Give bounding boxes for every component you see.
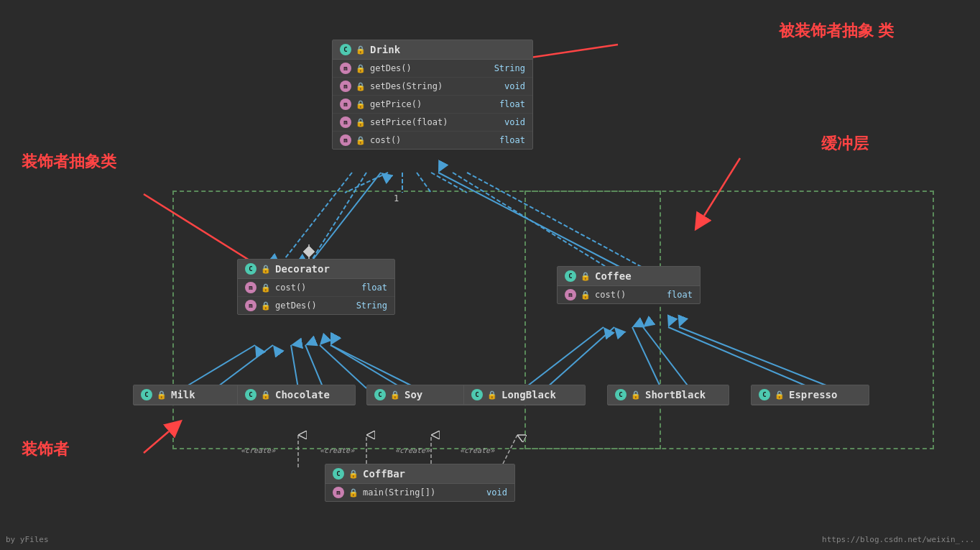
- method-name-5: cost(): [370, 135, 495, 145]
- drink-method-1: m 🔒 getDes() String: [333, 60, 532, 78]
- svg-line-5: [309, 173, 381, 265]
- coffee-box: C 🔒 Coffee m 🔒 cost() float: [557, 266, 701, 304]
- longblack-lock-icon: 🔒: [487, 390, 497, 400]
- svg-line-19: [216, 345, 273, 388]
- coffee-lock-icon: 🔒: [581, 272, 591, 281]
- coffee-method-1: m 🔒 cost() float: [558, 286, 700, 303]
- longblack-class-icon: C: [471, 389, 483, 400]
- svg-line-39: [704, 158, 740, 216]
- coffbar-m-icon-1: m: [333, 487, 344, 498]
- m-icon-2: m: [340, 81, 351, 92]
- method-return-5: float: [499, 135, 525, 145]
- method-return-2: void: [504, 81, 525, 91]
- cof-method-name-1: cost(): [595, 290, 662, 300]
- espresso-lock-icon: 🔒: [775, 390, 785, 400]
- svg-line-27: [643, 327, 690, 388]
- method-return-3: float: [499, 99, 525, 109]
- svg-text:«create»: «create»: [395, 446, 430, 454]
- drink-lock-icon: 🔒: [356, 45, 366, 55]
- svg-line-20: [305, 345, 323, 388]
- shortblack-box: C 🔒 ShortBlack: [607, 385, 729, 405]
- coffee-name: Coffee: [595, 270, 632, 282]
- svg-line-12: [431, 173, 467, 193]
- m-icon-1: m: [340, 63, 351, 74]
- svg-line-17: [291, 345, 298, 388]
- annotation-decorated-abstract: 被装饰者抽象 类: [779, 20, 894, 42]
- drink-name: Drink: [370, 44, 400, 55]
- method-name-1: getDes(): [370, 63, 490, 73]
- coffbar-method-return-1: void: [486, 487, 507, 498]
- lock-icon-3: 🔒: [356, 100, 366, 109]
- shortblack-lock-icon: 🔒: [631, 390, 641, 400]
- svg-line-9: [345, 173, 388, 193]
- svg-text:«create»: «create»: [460, 446, 495, 454]
- dec-m-icon-2: m: [245, 300, 256, 311]
- milk-box: C 🔒 Milk: [133, 385, 248, 405]
- svg-line-28: [679, 327, 833, 388]
- svg-line-23: [524, 327, 604, 388]
- shortblack-title: C 🔒 ShortBlack: [608, 385, 729, 405]
- decorator-name: Decorator: [275, 263, 330, 275]
- dec-method-name-1: cost(): [275, 283, 357, 293]
- soy-class-icon: C: [374, 389, 386, 400]
- decorator-lock-icon: 🔒: [261, 265, 271, 274]
- svg-line-13: [453, 173, 611, 270]
- drink-title: C 🔒 Drink: [333, 40, 532, 60]
- m-icon-4: m: [340, 116, 351, 128]
- svg-line-6: [438, 173, 625, 270]
- svg-line-38: [144, 194, 259, 266]
- coffbar-lock-icon: 🔒: [348, 469, 359, 479]
- dec-m-icon-1: m: [245, 282, 256, 293]
- decorator-box: C 🔒 Decorator m 🔒 cost() float m 🔒 getDe…: [237, 259, 395, 315]
- lock-icon-5: 🔒: [356, 136, 366, 145]
- longblack-name: LongBlack: [501, 389, 556, 400]
- chocolate-lock-icon: 🔒: [261, 390, 271, 400]
- svg-line-16: [183, 345, 255, 388]
- svg-text:1: 1: [394, 193, 399, 203]
- drink-method-3: m 🔒 getPrice() float: [333, 96, 532, 114]
- coffee-title: C 🔒 Coffee: [558, 267, 700, 286]
- milk-title: C 🔒 Milk: [134, 385, 247, 405]
- svg-line-22: [330, 345, 417, 388]
- decorator-class-icon: C: [245, 263, 256, 275]
- coffbar-box: C 🔒 CoffBar m 🔒 main(String[]) void: [325, 464, 515, 502]
- longblack-box: C 🔒 LongBlack: [463, 385, 586, 405]
- dec-method-name-2: getDes(): [275, 301, 352, 311]
- svg-line-40: [144, 431, 169, 453]
- coffee-class-icon: C: [565, 270, 576, 282]
- drink-method-5: m 🔒 cost() float: [333, 132, 532, 149]
- decorator-method-1: m 🔒 cost() float: [238, 279, 394, 297]
- decorator-title: C 🔒 Decorator: [238, 260, 394, 279]
- cof-m-icon-1: m: [565, 289, 576, 301]
- espresso-box: C 🔒 Espresso: [751, 385, 869, 405]
- method-return-1: String: [494, 63, 525, 73]
- svg-line-7: [280, 173, 352, 265]
- dec-lock-2: 🔒: [261, 301, 271, 311]
- soy-lock-icon: 🔒: [390, 390, 400, 400]
- espresso-title: C 🔒 Espresso: [752, 385, 869, 405]
- svg-marker-41: [303, 246, 315, 257]
- svg-line-21: [320, 345, 366, 388]
- drink-method-2: m 🔒 setDes(String) void: [333, 78, 532, 96]
- svg-text:«create»: «create»: [241, 446, 276, 454]
- annotation-buffer-layer: 缓冲层: [821, 133, 869, 155]
- m-icon-5: m: [340, 134, 351, 146]
- coffbar-method-name-1: main(String[]): [363, 487, 482, 498]
- coffbar-title: C 🔒 CoffBar: [325, 464, 514, 484]
- chocolate-class-icon: C: [245, 389, 256, 400]
- svg-line-14: [467, 173, 647, 270]
- svg-line-18: [330, 345, 402, 388]
- soy-name: Soy: [405, 389, 422, 400]
- svg-line-25: [668, 327, 812, 388]
- cof-method-return-1: float: [667, 290, 693, 300]
- milk-name: Milk: [171, 389, 195, 400]
- svg-line-32: [503, 435, 517, 464]
- chocolate-box: C 🔒 Chocolate: [237, 385, 356, 405]
- annotation-decorator-abstract: 装饰者抽象类: [22, 151, 116, 173]
- lock-icon-1: 🔒: [356, 64, 366, 73]
- coffbar-method-1: m 🔒 main(String[]) void: [325, 484, 514, 501]
- coffbar-class-icon: C: [333, 468, 344, 480]
- decorator-region: [172, 191, 661, 449]
- espresso-name: Espresso: [789, 389, 837, 400]
- method-name-3: getPrice(): [370, 99, 495, 109]
